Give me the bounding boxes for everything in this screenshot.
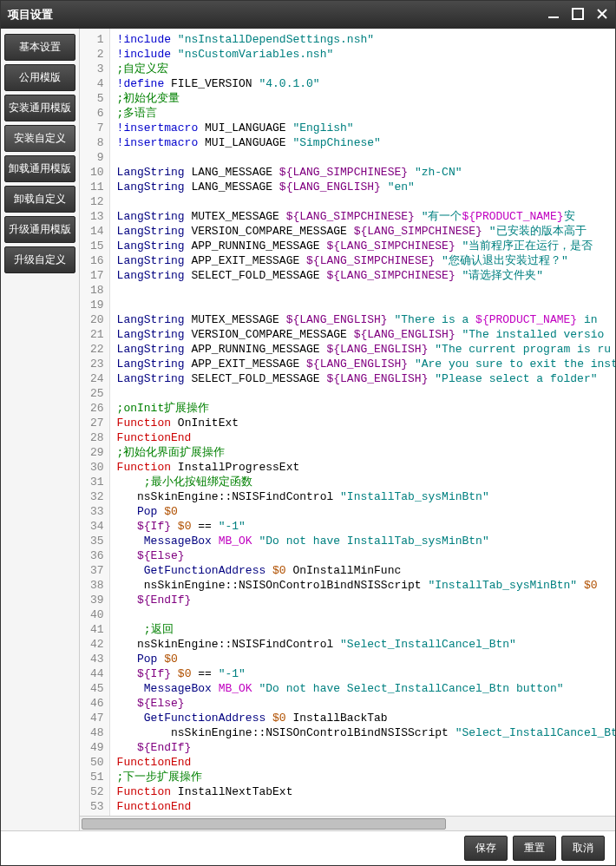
code-line[interactable] <box>117 298 615 312</box>
code-line[interactable]: nsSkinEngine::NSISOnControlBindNSISScrip… <box>117 725 615 740</box>
line-number: 17 <box>90 268 104 283</box>
code-line[interactable]: GetFunctionAddress $0 OnInstallMinFunc <box>117 563 615 578</box>
code-line[interactable]: LangString SELECT_FOLD_MESSAGE ${LANG_SI… <box>117 268 615 283</box>
line-number: 24 <box>90 371 104 386</box>
line-number: 41 <box>90 622 104 637</box>
code-line[interactable]: FunctionEnd <box>117 799 615 814</box>
line-number: 8 <box>90 135 104 150</box>
save-button[interactable]: 保存 <box>464 836 508 861</box>
scrollbar-thumb[interactable] <box>82 818 446 830</box>
minimize-icon[interactable] <box>547 8 560 23</box>
reset-button[interactable]: 重置 <box>513 836 556 861</box>
code-line[interactable]: FunctionEnd <box>117 430 615 445</box>
line-number: 37 <box>90 563 104 578</box>
code-line[interactable]: LangString LANG_MESSAGE ${LANG_SIMPCHINE… <box>117 165 615 180</box>
code-line[interactable]: ;自定义宏 <box>117 62 615 76</box>
line-number: 15 <box>90 239 104 253</box>
code-line[interactable]: MessageBox MB_OK "Do not have Select_Ins… <box>117 681 615 696</box>
sidebar-item-uninstall-template[interactable]: 卸载通用模版 <box>4 155 75 182</box>
code-line[interactable] <box>117 194 615 209</box>
code-line[interactable]: LangString MUTEX_MESSAGE ${LANG_SIMPCHIN… <box>117 209 615 224</box>
code-line[interactable]: ${Else} <box>117 696 615 711</box>
code-line[interactable]: !include "nsInstallDependSettings.nsh" <box>117 32 615 47</box>
sidebar-item-basic[interactable]: 基本设置 <box>4 34 75 61</box>
line-number: 23 <box>90 357 104 371</box>
code-line[interactable]: ${Else} <box>117 548 615 563</box>
sidebar-item-upgrade-template[interactable]: 升级通用模版 <box>4 216 75 243</box>
sidebar-item-install-custom[interactable]: 安装自定义 <box>4 125 75 152</box>
code-line[interactable]: !insertmacro MUI_LANGUAGE "English" <box>117 121 615 135</box>
code-line[interactable]: ;下一步扩展操作 <box>117 770 615 784</box>
line-number: 34 <box>90 519 104 534</box>
code-line[interactable]: Function OnInitExt <box>117 416 615 430</box>
cancel-button[interactable]: 取消 <box>561 836 605 861</box>
maximize-icon[interactable] <box>572 8 584 23</box>
code-line[interactable]: Pop $0 <box>117 504 615 519</box>
code-line[interactable] <box>117 283 615 298</box>
line-number: 10 <box>90 165 104 180</box>
line-number: 39 <box>90 593 104 607</box>
code-line[interactable]: ;多语言 <box>117 106 615 121</box>
code-line[interactable]: ;onInit扩展操作 <box>117 401 615 416</box>
code-line[interactable]: nsSkinEngine::NSISOnControlBindNSISScrip… <box>117 578 615 593</box>
line-number: 28 <box>90 430 104 445</box>
code-line[interactable]: ;最小化按钮绑定函数 <box>117 475 615 489</box>
sidebar-item-uninstall-custom[interactable]: 卸载自定义 <box>4 186 75 213</box>
line-number: 19 <box>90 298 104 312</box>
line-number: 13 <box>90 209 104 224</box>
line-number: 33 <box>90 504 104 519</box>
code-line[interactable]: ;初始化变量 <box>117 91 615 106</box>
line-number: 5 <box>90 91 104 106</box>
code-line[interactable]: LangString VERSION_COMPARE_MESSAGE ${LAN… <box>117 224 615 239</box>
code-line[interactable]: LangString APP_RUNNING_MESSAGE ${LANG_EN… <box>117 342 615 357</box>
line-number: 45 <box>90 681 104 696</box>
code-line[interactable]: !include "nsCustomVariables.nsh" <box>117 47 615 62</box>
code-line[interactable]: LangString VERSION_COMPARE_MESSAGE ${LAN… <box>117 327 615 342</box>
code-line[interactable]: nsSkinEngine::NSISFindControl "Select_In… <box>117 637 615 652</box>
editor-panel: 1234567891011121314151617181920212223242… <box>79 29 615 830</box>
code-line[interactable] <box>117 386 615 401</box>
line-number: 3 <box>90 62 104 76</box>
code-line[interactable]: ${If} $0 == "-1" <box>117 519 615 534</box>
sidebar-item-upgrade-custom[interactable]: 升级自定义 <box>4 246 75 273</box>
line-number: 32 <box>90 489 104 504</box>
sidebar-item-install-template[interactable]: 安装通用模版 <box>4 95 75 121</box>
code-line[interactable]: !define FILE_VERSION "4.0.1.0" <box>117 76 615 91</box>
code-line[interactable]: GetFunctionAddress $0 InstallBackTab <box>117 711 615 725</box>
code-line[interactable] <box>117 607 615 622</box>
titlebar[interactable]: 项目设置 <box>1 1 615 29</box>
code-line[interactable]: ${EndIf} <box>117 593 615 607</box>
line-number: 53 <box>90 799 104 814</box>
code-line[interactable]: LangString APP_EXIT_MESSAGE ${LANG_ENGLI… <box>117 357 615 371</box>
svg-rect-0 <box>548 16 559 18</box>
code-line[interactable] <box>117 150 615 165</box>
code-line[interactable]: LangString APP_RUNNING_MESSAGE ${LANG_SI… <box>117 239 615 253</box>
code-line[interactable]: Function InstallProgressExt <box>117 460 615 475</box>
code-line[interactable]: ${If} $0 == "-1" <box>117 666 615 681</box>
code-line[interactable]: ;返回 <box>117 622 615 637</box>
line-number: 49 <box>90 740 104 755</box>
code-line[interactable]: Function InstallNextTabExt <box>117 784 615 799</box>
horizontal-scrollbar[interactable] <box>80 816 615 830</box>
code-line[interactable]: LangString APP_EXIT_MESSAGE ${LANG_SIMPC… <box>117 253 615 268</box>
line-number: 44 <box>90 666 104 681</box>
code-line[interactable]: nsSkinEngine::NSISFindControl "InstallTa… <box>117 489 615 504</box>
code-line[interactable]: ${EndIf} <box>117 740 615 755</box>
line-number: 30 <box>90 460 104 475</box>
line-number: 40 <box>90 607 104 622</box>
line-number: 46 <box>90 696 104 711</box>
code-line[interactable]: MessageBox MB_OK "Do not have InstallTab… <box>117 534 615 548</box>
code-area[interactable]: !include "nsInstallDependSettings.nsh"!i… <box>110 29 615 816</box>
code-line[interactable]: LangString MUTEX_MESSAGE ${LANG_ENGLISH}… <box>117 312 615 327</box>
code-line[interactable]: ;初始化界面扩展操作 <box>117 445 615 460</box>
code-line[interactable]: LangString SELECT_FOLD_MESSAGE ${LANG_EN… <box>117 371 615 386</box>
close-icon[interactable] <box>596 8 608 23</box>
code-line[interactable]: Pop $0 <box>117 652 615 666</box>
code-line[interactable]: LangString LANG_MESSAGE ${LANG_ENGLISH} … <box>117 180 615 194</box>
code-line[interactable]: !insertmacro MUI_LANGUAGE "SimpChinese" <box>117 135 615 150</box>
svg-rect-1 <box>573 9 583 19</box>
sidebar-item-common-template[interactable]: 公用模版 <box>4 64 75 91</box>
line-number: 11 <box>90 180 104 194</box>
code-line[interactable]: FunctionEnd <box>117 755 615 770</box>
code-editor[interactable]: 1234567891011121314151617181920212223242… <box>80 29 615 816</box>
